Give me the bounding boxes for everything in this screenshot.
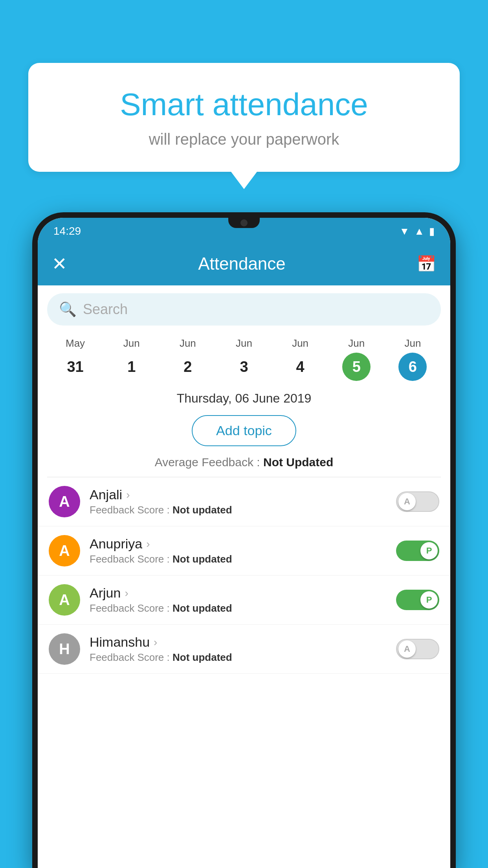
status-time: 14:29 [53, 225, 81, 237]
avatar: H [49, 633, 80, 665]
cal-month-label: May [66, 337, 85, 349]
student-row[interactable]: AAnjali ›Feedback Score : Not updatedA [38, 477, 450, 526]
chevron-right-icon: › [146, 538, 150, 550]
toggle-knob: A [398, 640, 416, 658]
search-bar[interactable]: 🔍 Search [47, 293, 441, 326]
calendar-button[interactable]: 📅 [416, 255, 436, 273]
calendar-day[interactable]: Jun3 [230, 337, 258, 381]
chevron-right-icon: › [125, 587, 128, 600]
chevron-right-icon: › [126, 489, 130, 501]
cal-date-number: 5 [342, 353, 371, 381]
cal-date-number: 3 [230, 353, 258, 381]
close-button[interactable]: ✕ [52, 253, 67, 274]
toggle-knob: P [420, 591, 438, 609]
cal-date-number: 1 [117, 353, 146, 381]
phone-frame: 14:29 ▼ ▲ ▮ ✕ Attendance 📅 🔍 Search May3… [32, 212, 456, 868]
avg-feedback-value: Not Updated [263, 456, 333, 469]
cal-date-number: 6 [398, 353, 427, 381]
cal-date-number: 4 [286, 353, 314, 381]
calendar-strip: May31Jun1Jun2Jun3Jun4Jun5Jun6 [38, 333, 450, 383]
search-icon: 🔍 [59, 301, 77, 318]
avatar: A [49, 584, 80, 616]
cal-month-label: Jun [180, 337, 196, 349]
bubble-subtitle: will replace your paperwork [60, 131, 428, 148]
toggle-knob: P [420, 542, 438, 559]
bubble-title: Smart attendance [60, 86, 428, 123]
calendar-day[interactable]: Jun1 [117, 337, 146, 381]
front-camera [240, 219, 248, 226]
feedback-score: Feedback Score : Not updated [90, 651, 396, 664]
attendance-toggle[interactable]: A [396, 639, 439, 659]
cal-date-number: 2 [174, 353, 202, 381]
avatar: A [49, 486, 80, 517]
cal-month-label: Jun [236, 337, 252, 349]
add-topic-button[interactable]: Add topic [192, 415, 296, 446]
feedback-score: Feedback Score : Not updated [90, 553, 396, 565]
attendance-toggle[interactable]: A [396, 491, 439, 512]
avg-feedback-label: Average Feedback : [155, 456, 263, 469]
feedback-score: Feedback Score : Not updated [90, 504, 396, 516]
speech-bubble: Smart attendance will replace your paper… [28, 63, 460, 172]
student-row[interactable]: AArjun ›Feedback Score : Not updatedP [38, 576, 450, 625]
avg-feedback: Average Feedback : Not Updated [38, 452, 450, 477]
student-info: Anupriya ›Feedback Score : Not updated [90, 536, 396, 565]
student-info: Arjun ›Feedback Score : Not updated [90, 585, 396, 614]
app-bar: ✕ Attendance 📅 [38, 242, 450, 285]
calendar-day[interactable]: May31 [61, 337, 90, 381]
signal-icon: ▲ [414, 225, 424, 237]
student-info: Anjali ›Feedback Score : Not updated [90, 487, 396, 516]
attendance-toggle[interactable]: P [396, 590, 439, 610]
student-row[interactable]: AAnupriya ›Feedback Score : Not updatedP [38, 526, 450, 576]
feedback-score: Feedback Score : Not updated [90, 602, 396, 614]
cal-date-number: 31 [61, 353, 90, 381]
attendance-toggle[interactable]: P [396, 541, 439, 561]
status-icons: ▼ ▲ ▮ [400, 225, 435, 237]
chevron-right-icon: › [154, 636, 157, 649]
student-name: Arjun › [90, 585, 396, 601]
student-name: Anjali › [90, 487, 396, 502]
search-placeholder: Search [83, 301, 128, 318]
calendar-day[interactable]: Jun2 [174, 337, 202, 381]
phone-screen: 14:29 ▼ ▲ ▮ ✕ Attendance 📅 🔍 Search May3… [38, 218, 450, 868]
student-row[interactable]: HHimanshu ›Feedback Score : Not updatedA [38, 625, 450, 674]
battery-icon: ▮ [429, 225, 435, 237]
student-name: Anupriya › [90, 536, 396, 552]
toggle-knob: A [398, 493, 416, 510]
wifi-icon: ▼ [400, 225, 410, 237]
cal-month-label: Jun [292, 337, 308, 349]
student-name: Himanshu › [90, 634, 396, 650]
app-bar-title: Attendance [198, 254, 286, 274]
calendar-day[interactable]: Jun6 [398, 337, 427, 381]
avatar: A [49, 535, 80, 566]
cal-month-label: Jun [123, 337, 140, 349]
cal-month-label: Jun [348, 337, 365, 349]
cal-month-label: Jun [404, 337, 421, 349]
phone-notch [228, 218, 260, 228]
calendar-day[interactable]: Jun4 [286, 337, 314, 381]
student-info: Himanshu ›Feedback Score : Not updated [90, 634, 396, 664]
selected-date-label: Thursday, 06 June 2019 [38, 383, 450, 410]
student-list: AAnjali ›Feedback Score : Not updatedAAA… [38, 477, 450, 868]
calendar-day[interactable]: Jun5 [342, 337, 371, 381]
